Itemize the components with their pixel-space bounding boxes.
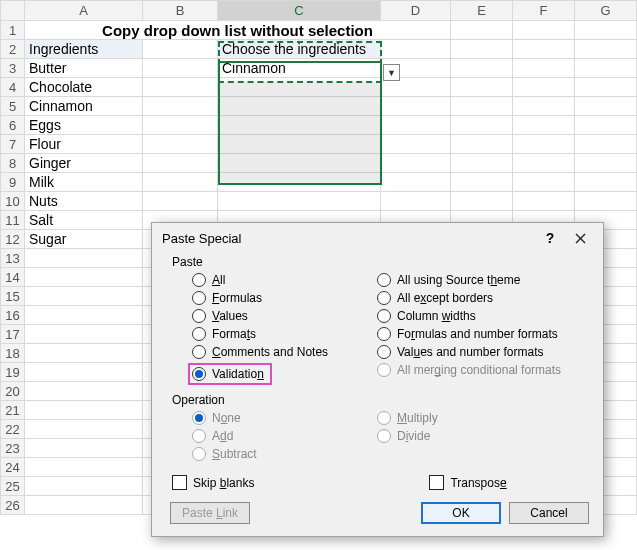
cell[interactable] <box>513 135 575 154</box>
col-header-d[interactable]: D <box>381 1 451 21</box>
cell[interactable] <box>451 135 513 154</box>
row-header[interactable]: 21 <box>1 401 25 420</box>
dropdown-button[interactable]: ▼ <box>383 64 400 81</box>
help-button[interactable]: ? <box>535 225 565 251</box>
cell[interactable] <box>381 135 451 154</box>
row-header[interactable]: 13 <box>1 249 25 268</box>
cell[interactable] <box>218 97 381 116</box>
row-header[interactable]: 18 <box>1 344 25 363</box>
cell[interactable] <box>25 287 143 306</box>
row-header[interactable]: 24 <box>1 458 25 477</box>
col-header-e[interactable]: E <box>451 1 513 21</box>
cell[interactable] <box>25 306 143 325</box>
cancel-button[interactable]: Cancel <box>509 502 589 524</box>
cell[interactable] <box>451 78 513 97</box>
cell[interactable] <box>451 192 513 211</box>
cell[interactable] <box>513 192 575 211</box>
row-header[interactable]: 17 <box>1 325 25 344</box>
cell[interactable] <box>218 116 381 135</box>
cell[interactable] <box>143 97 218 116</box>
radio-allExceptBorders[interactable]: All except borders <box>377 291 572 305</box>
row-header[interactable]: 8 <box>1 154 25 173</box>
cell[interactable] <box>218 173 381 192</box>
row-header[interactable]: 7 <box>1 135 25 154</box>
row-header[interactable]: 12 <box>1 230 25 249</box>
cell[interactable] <box>513 21 575 40</box>
row-header[interactable]: 5 <box>1 97 25 116</box>
row-header[interactable]: 22 <box>1 420 25 439</box>
row-header[interactable]: 16 <box>1 306 25 325</box>
cell[interactable] <box>143 154 218 173</box>
radio-columnWidths[interactable]: Column widths <box>377 309 572 323</box>
ingredient-cell[interactable]: Ginger <box>25 154 143 173</box>
radio-formulas[interactable]: Formulas <box>192 291 357 305</box>
cell[interactable] <box>25 325 143 344</box>
col-header-c[interactable]: C <box>218 1 381 21</box>
dropdown-value-cell[interactable]: Cinnamon <box>218 59 381 78</box>
cell[interactable] <box>575 154 637 173</box>
cell[interactable] <box>381 154 451 173</box>
row-header[interactable]: 4 <box>1 78 25 97</box>
cell[interactable] <box>143 135 218 154</box>
cell[interactable] <box>575 173 637 192</box>
ingredients-header[interactable]: Ingredients <box>25 40 143 59</box>
cell[interactable] <box>143 40 218 59</box>
cell[interactable] <box>451 40 513 59</box>
col-header-f[interactable]: F <box>513 1 575 21</box>
ingredient-cell[interactable]: Sugar <box>25 230 143 249</box>
cell[interactable] <box>25 496 143 515</box>
cell[interactable] <box>513 40 575 59</box>
cell[interactable] <box>575 116 637 135</box>
radio-valuesNum[interactable]: Values and number formats <box>377 345 572 359</box>
page-title[interactable]: Copy drop down list without selection <box>25 21 451 40</box>
cell[interactable] <box>513 97 575 116</box>
cell[interactable] <box>513 154 575 173</box>
row-header[interactable]: 2 <box>1 40 25 59</box>
cell[interactable] <box>575 40 637 59</box>
cell[interactable] <box>513 116 575 135</box>
cell[interactable] <box>218 78 381 97</box>
cell[interactable] <box>451 173 513 192</box>
row-header[interactable]: 3 <box>1 59 25 78</box>
row-header[interactable]: 23 <box>1 439 25 458</box>
ingredient-cell[interactable]: Chocolate <box>25 78 143 97</box>
cell[interactable] <box>25 477 143 496</box>
choose-header[interactable]: Choose the ingredients <box>218 40 381 59</box>
cell[interactable] <box>575 192 637 211</box>
cell[interactable] <box>451 116 513 135</box>
row-header[interactable]: 1 <box>1 21 25 40</box>
radio-allTheme[interactable]: All using Source theme <box>377 273 572 287</box>
col-header-g[interactable]: G <box>575 1 637 21</box>
cell[interactable] <box>218 154 381 173</box>
ok-button[interactable]: OK <box>421 502 501 524</box>
row-header[interactable]: 15 <box>1 287 25 306</box>
transpose-checkbox[interactable]: Transpose <box>429 475 506 490</box>
cell[interactable] <box>25 249 143 268</box>
ingredient-cell[interactable]: Nuts <box>25 192 143 211</box>
cell[interactable] <box>381 192 451 211</box>
cell[interactable] <box>513 78 575 97</box>
radio-values[interactable]: Values <box>192 309 357 323</box>
cell[interactable] <box>143 173 218 192</box>
cell[interactable] <box>25 420 143 439</box>
cell[interactable] <box>451 154 513 173</box>
cell[interactable] <box>381 97 451 116</box>
row-header[interactable]: 10 <box>1 192 25 211</box>
cell[interactable] <box>25 268 143 287</box>
ingredient-cell[interactable]: Salt <box>25 211 143 230</box>
cell[interactable] <box>575 135 637 154</box>
column-headers[interactable]: A B C D E F G <box>1 1 637 21</box>
col-header-b[interactable]: B <box>143 1 218 21</box>
row-header[interactable]: 20 <box>1 382 25 401</box>
row-header[interactable]: 19 <box>1 363 25 382</box>
row-header[interactable]: 6 <box>1 116 25 135</box>
cell[interactable] <box>381 40 451 59</box>
cell[interactable] <box>143 192 218 211</box>
radio-validation[interactable]: Validation <box>192 363 357 385</box>
row-header[interactable]: 14 <box>1 268 25 287</box>
cell[interactable] <box>218 192 381 211</box>
cell[interactable] <box>143 116 218 135</box>
cell[interactable] <box>513 173 575 192</box>
cell[interactable] <box>451 59 513 78</box>
cell[interactable] <box>513 59 575 78</box>
